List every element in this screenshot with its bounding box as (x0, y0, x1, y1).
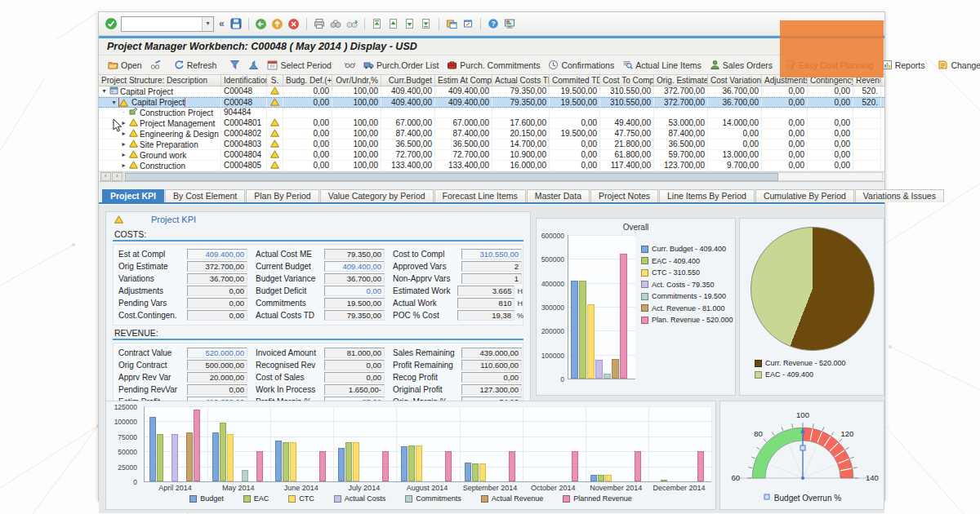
scroll-right-button[interactable]: › (112, 172, 122, 181)
kpi-field-value[interactable]: 0,00 (187, 384, 247, 395)
kpi-field-value[interactable]: 372.700,00 (187, 261, 247, 272)
toolbar-button-change-log[interactable]: Change Log (933, 59, 980, 71)
table-row-capital-project[interactable]: ▾Capital ProjectC000480,00100,00409.400,… (99, 97, 884, 108)
kpi-field-value[interactable]: 19.500,00 (324, 298, 385, 308)
kpi-field-value[interactable]: 0,00 (324, 286, 385, 296)
kpi-field-value[interactable]: 81.000,00 (324, 348, 385, 358)
kpi-field-value[interactable]: 0,00 (461, 372, 522, 383)
kpi-field-value[interactable]: 0,00 (187, 286, 247, 296)
dropdown-icon[interactable]: ▾ (202, 17, 213, 31)
kpi-field-value[interactable]: 79.350,00 (324, 249, 385, 259)
kpi-field-value[interactable]: 310.550,00 (461, 249, 522, 259)
column-header-commited-td[interactable]: Commited TD (550, 75, 600, 86)
kpi-field-value[interactable]: 79.350,00 (324, 310, 385, 321)
tab-line-items-by-period[interactable]: Line Items By Period (659, 189, 755, 202)
kpi-field-value[interactable]: 409.400,00 (324, 261, 385, 272)
page-down-icon[interactable] (403, 17, 416, 30)
tree-expander-icon[interactable]: ▾ (110, 98, 118, 107)
scroll-left-button[interactable]: ‹ (100, 172, 111, 181)
tree-expander-icon[interactable]: ▸ (120, 140, 127, 149)
tab-variations-issues[interactable]: Variations & Issues (855, 189, 944, 202)
table-row-ground-work[interactable]: ▸Ground workC00048040,00100,0072.700,007… (99, 150, 884, 161)
table-row-construction[interactable]: ▸ConstructionC00048050,00100,00133.400,0… (99, 161, 884, 171)
toolbar-button-open[interactable]: Open (104, 59, 146, 71)
toolbar-button-purch-order-list[interactable]: Purch.Order List (359, 59, 443, 71)
tab-value-category-by-period[interactable]: Value Category by Period (320, 189, 434, 202)
tab-master-data[interactable]: Master Data (527, 189, 590, 202)
kpi-field-value[interactable]: 0,00 (187, 310, 247, 321)
scroll-thumb[interactable] (125, 173, 778, 181)
table-row-project-management[interactable]: ▸Project ManagementC00048010,00100,0067.… (99, 118, 884, 129)
column-header-estim-at-compl[interactable]: Estim At Compl (435, 75, 492, 86)
kpi-field-value[interactable]: 0,00 (187, 298, 247, 308)
toolbar-button-filter-up-icon[interactable] (244, 59, 263, 71)
toolbar-button-sales-orders[interactable]: Sales Orders (706, 59, 777, 71)
last-page-icon[interactable] (420, 17, 433, 30)
toolbar-button-display-change-icon[interactable] (146, 59, 165, 71)
print-icon[interactable] (313, 17, 326, 30)
column-header-cost-to-compl[interactable]: Cost To Compl (600, 75, 654, 86)
kpi-field-value[interactable]: 0,00 (324, 360, 385, 370)
kpi-field-value[interactable]: 3.665 (457, 286, 514, 296)
tab-cumulative-by-period[interactable]: Cumulative By Period (755, 189, 854, 202)
table-row-site-preparation[interactable]: ▸Site PreparationC00048030,00100,0036.50… (99, 140, 884, 150)
cancel-icon[interactable] (287, 17, 301, 30)
column-header-cost-variations[interactable]: Cost Variations (708, 75, 762, 86)
save-icon[interactable] (229, 17, 243, 30)
tree-expander-icon[interactable]: ▸ (120, 150, 127, 160)
tab-project-notes[interactable]: Project Notes (590, 189, 658, 202)
column-header-budg-def[interactable]: Budg. Def.(+/-) (283, 75, 332, 86)
kpi-field-value[interactable]: 1.650,00- (324, 384, 385, 395)
toolbar-button-filter-down-icon[interactable] (225, 59, 244, 71)
first-page-icon[interactable] (371, 17, 384, 30)
toolbar-button-glasses-icon[interactable] (341, 59, 359, 71)
table-row-construction-project[interactable]: ·Construction Project904484 (99, 108, 884, 118)
table-row-engineering-design[interactable]: ▸Engineering & DesignC00048020,00100,008… (99, 129, 884, 140)
kpi-field-value[interactable]: 520.000,00 (187, 348, 247, 358)
page-up-icon[interactable] (387, 17, 400, 30)
column-header-project-structure-description[interactable]: Project Structure: Description (99, 75, 221, 86)
kpi-field-value[interactable]: 36.700,00 (324, 273, 385, 284)
table-horizontal-scrollbar[interactable]: ‹› (99, 171, 884, 181)
kpi-field-value[interactable]: 110.600,00 (461, 360, 522, 370)
column-header-ovr-undr[interactable]: Ovr/Undr,% (332, 75, 381, 86)
tab-project-kpi[interactable]: Project KPI (102, 189, 164, 202)
kpi-field-value[interactable]: 127.300,00 (461, 384, 522, 395)
tab-forecast-line-items[interactable]: Forecast Line Items (434, 189, 526, 202)
find-next-icon[interactable] (345, 17, 359, 30)
back-icon[interactable] (255, 17, 268, 30)
kpi-field-value[interactable]: 439.000,00 (461, 348, 522, 358)
tab-plan-by-period[interactable]: Plan By Period (246, 189, 318, 202)
tree-expander-icon[interactable]: ▾ (100, 86, 108, 96)
tree-expander-icon[interactable]: · (120, 108, 127, 117)
kpi-field-value[interactable]: 810 (457, 298, 514, 308)
kpi-field-value[interactable]: 19,38 (457, 310, 514, 321)
command-input[interactable] (122, 17, 202, 31)
kpi-field-value[interactable]: 36.700,00 (187, 273, 247, 284)
toolbar-button-confirmations[interactable]: Confirmations (544, 59, 618, 71)
kpi-field-value[interactable]: 2 (461, 261, 522, 272)
tab-by-cost-element[interactable]: By Cost Element (165, 189, 245, 202)
kpi-field-value[interactable]: 20.000,00 (187, 372, 247, 383)
toolbar-button-refresh[interactable]: Refresh (170, 59, 221, 71)
kpi-field-value[interactable]: 500.000,00 (187, 360, 247, 370)
new-session-icon[interactable] (445, 17, 458, 30)
kpi-field-value[interactable]: 0,00 (324, 372, 385, 383)
help-icon[interactable]: ? (487, 17, 500, 30)
column-header-s[interactable]: S. (267, 75, 283, 86)
toolbar-button-actual-line-items[interactable]: Actual Line Items (618, 59, 706, 71)
table-row-capital-project[interactable]: ▾Capital ProjectC000480,00100,00409.400,… (99, 86, 884, 97)
column-header-actual-costs-td[interactable]: Actual Costs TD (492, 75, 550, 86)
find-icon[interactable] (329, 17, 342, 30)
toolbar-button-select-period[interactable]: Select Period (263, 59, 335, 71)
kpi-field-value[interactable]: 409.400,00 (187, 249, 247, 259)
toolbar-button-reports[interactable]: Reports (878, 59, 929, 71)
kpi-field-value[interactable]: 1 (461, 273, 522, 284)
column-header-curr-budget[interactable]: Curr.Budget (381, 75, 435, 86)
column-header-identification[interactable]: Identification (221, 75, 267, 86)
continue-icon[interactable] (105, 17, 118, 30)
exit-icon[interactable] (271, 17, 284, 30)
shortcut-icon[interactable] (461, 17, 474, 30)
customize-icon[interactable] (503, 17, 516, 30)
collapse-icon[interactable]: « (219, 18, 225, 29)
